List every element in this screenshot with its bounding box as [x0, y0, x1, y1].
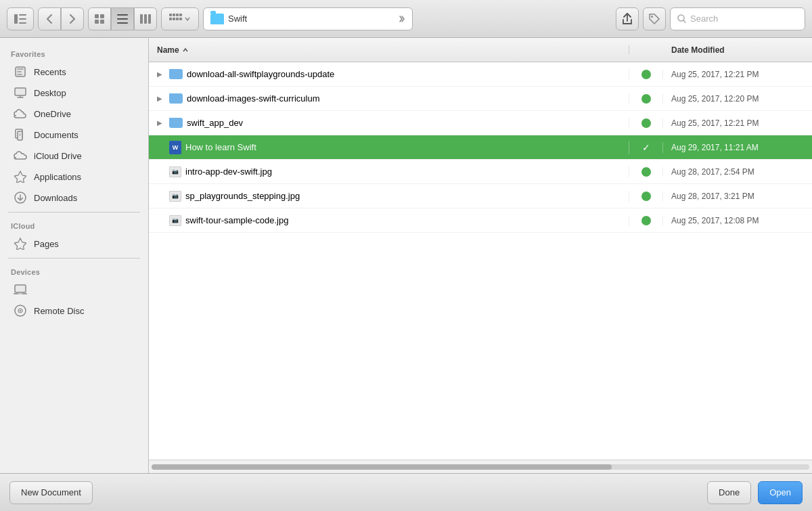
file-name-cell: W How to learn Swift	[149, 141, 629, 154]
scroll-thumb[interactable]	[152, 464, 612, 470]
table-row[interactable]: W How to learn Swift ✓ Aug 29, 2017, 11:…	[149, 135, 812, 160]
sidebar-item-desktop[interactable]: Desktop	[3, 83, 145, 103]
sidebar-item-label: Pages	[34, 239, 59, 249]
horizontal-scrollbar[interactable]	[149, 460, 812, 473]
recents-icon	[14, 65, 27, 79]
devices-section-label: Devices	[0, 263, 148, 279]
table-row[interactable]: 📷 sp_playgrounds_stepping.jpg Aug 28, 20…	[149, 184, 812, 208]
status-badge	[641, 118, 651, 128]
tag-button[interactable]	[643, 7, 666, 30]
table-row[interactable]: ▶ download-images-swift-curriculum Aug 2…	[149, 87, 812, 111]
sidebar-item-label: OneDrive	[34, 109, 71, 119]
open-button[interactable]: Open	[758, 481, 803, 504]
new-document-button[interactable]: New Document	[9, 481, 93, 504]
table-row[interactable]: ▶ swift_app_dev Aug 25, 2017, 12:21 PM	[149, 111, 812, 135]
svg-rect-7	[100, 20, 104, 24]
path-bar[interactable]: Swift	[203, 7, 413, 30]
sidebar-item-icloud-drive[interactable]: iCloud Drive	[3, 146, 145, 166]
svg-rect-19	[173, 18, 175, 20]
table-row[interactable]: 📷 swift-tour-sample-code.jpg Aug 25, 201…	[149, 208, 812, 233]
back-button[interactable]	[38, 7, 61, 30]
sidebar-item-label: Desktop	[34, 88, 66, 98]
sidebar-item-onedrive[interactable]: OneDrive	[3, 104, 145, 124]
file-status-cell	[629, 192, 663, 201]
svg-rect-3	[19, 22, 26, 24]
expand-arrow-icon: ▶	[157, 119, 165, 127]
nav-button-group	[38, 7, 84, 30]
svg-rect-21	[179, 18, 182, 20]
table-row[interactable]: 📷 intro-app-dev-swift.jpg Aug 28, 2017, …	[149, 160, 812, 184]
documents-icon	[14, 128, 27, 141]
svg-rect-27	[17, 71, 22, 72]
sidebar-item-downloads[interactable]: Downloads	[3, 187, 145, 208]
file-name-cell: 📷 sp_playgrounds_stepping.jpg	[149, 191, 629, 202]
expand-arrow-icon: ▶	[157, 70, 165, 78]
sidebar-item-remote-disc[interactable]: Remote Disc	[3, 301, 145, 321]
column-view-button[interactable]	[134, 7, 157, 30]
file-name-label: How to learn Swift	[185, 142, 256, 152]
disc-icon	[14, 304, 27, 317]
pages-icon	[14, 237, 27, 250]
status-badge	[641, 216, 651, 225]
search-placeholder: Search	[690, 14, 718, 24]
svg-rect-40	[18, 293, 22, 294]
file-status-cell: ✓	[629, 142, 663, 153]
col-name-header[interactable]: Name	[149, 45, 629, 55]
status-badge	[641, 70, 651, 79]
downloads-icon	[14, 191, 27, 204]
svg-line-24	[683, 20, 685, 22]
svg-rect-10	[117, 22, 128, 24]
sidebar-divider-icloud	[8, 212, 140, 213]
file-status-cell	[629, 70, 663, 79]
sidebar-item-label: Downloads	[34, 193, 77, 203]
list-view-button[interactable]	[111, 7, 134, 30]
svg-point-22	[651, 16, 653, 18]
file-name-cell: ▶ download-images-swift-curriculum	[149, 93, 629, 104]
file-name-cell: 📷 intro-app-dev-swift.jpg	[149, 166, 629, 177]
gallery-view-button[interactable]	[161, 7, 199, 30]
icon-view-button[interactable]	[88, 7, 111, 30]
svg-rect-16	[176, 14, 179, 16]
col-date-header[interactable]: Date Modified	[663, 45, 812, 55]
icloud-drive-icon	[14, 149, 27, 162]
svg-rect-28	[17, 74, 22, 75]
sidebar-item-documents[interactable]: Documents	[3, 125, 145, 145]
file-date-cell: Aug 25, 2017, 12:20 PM	[663, 94, 812, 104]
svg-rect-5	[100, 14, 104, 18]
sidebar-item-applications[interactable]: Applications	[3, 166, 145, 187]
svg-rect-38	[15, 285, 26, 292]
sort-arrow-icon	[182, 47, 189, 53]
done-button[interactable]: Done	[707, 481, 751, 504]
col-name-label: Name	[157, 45, 179, 55]
image-icon: 📷	[169, 191, 181, 202]
sidebar-toggle-button[interactable]	[7, 7, 34, 30]
search-bar[interactable]: Search	[670, 7, 805, 30]
svg-rect-2	[19, 18, 26, 20]
svg-rect-17	[179, 14, 182, 16]
share-button[interactable]	[616, 7, 639, 30]
folder-icon	[169, 93, 183, 104]
file-date-cell: Aug 25, 2017, 12:08 PM	[663, 216, 812, 225]
table-row[interactable]: ▶ download-all-swiftplaygrounds-update A…	[149, 62, 812, 87]
sidebar-item-macbook[interactable]	[3, 280, 145, 300]
svg-rect-0	[14, 14, 18, 24]
svg-rect-9	[117, 18, 128, 20]
svg-rect-18	[169, 18, 172, 20]
sidebar-item-label: Remote Disc	[34, 306, 84, 316]
image-icon: 📷	[169, 215, 181, 226]
folder-icon	[169, 69, 183, 79]
folder-icon	[169, 118, 183, 128]
sidebar-item-pages[interactable]: Pages	[3, 234, 145, 254]
sidebar-item-recents[interactable]: Recents	[3, 62, 145, 82]
file-status-cell	[629, 118, 663, 128]
status-badge	[641, 94, 651, 104]
file-date-cell: Aug 29, 2017, 11:21 AM	[663, 143, 812, 152]
svg-rect-20	[176, 18, 179, 20]
file-name-cell: 📷 swift-tour-sample-code.jpg	[149, 215, 629, 226]
toolbar: Swift Search	[0, 0, 812, 38]
sidebar: Favorites Recents De	[0, 38, 149, 473]
main-area: Favorites Recents De	[0, 38, 812, 473]
status-check-icon: ✓	[642, 142, 650, 153]
image-icon: 📷	[169, 166, 181, 177]
forward-button[interactable]	[61, 7, 84, 30]
